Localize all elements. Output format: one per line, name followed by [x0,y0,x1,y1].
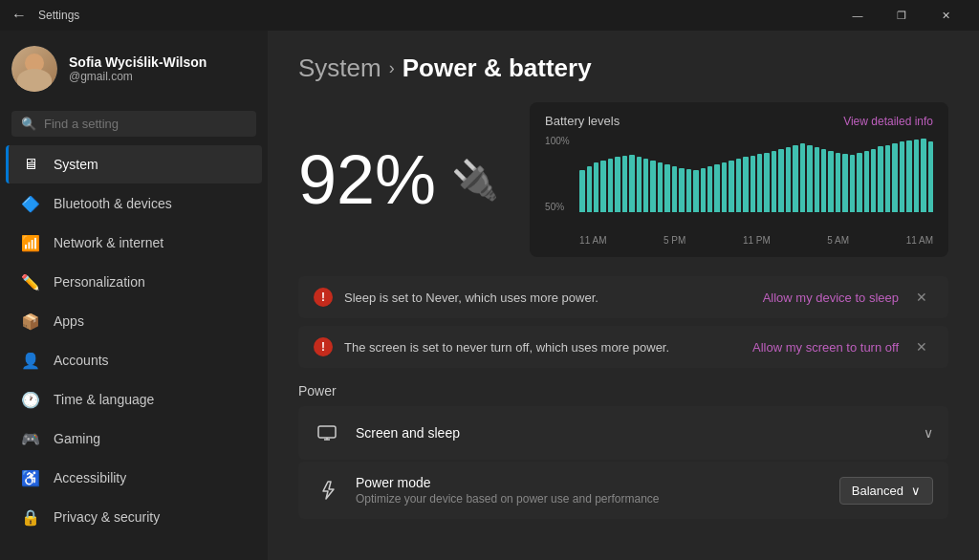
chart-bar [751,156,755,212]
battery-percent-display: 92% 🔌 [298,102,499,257]
warning-text: Sleep is set to Never, which uses more p… [344,291,751,305]
user-profile[interactable]: Sofia Wyciślik-Wilson @gmail.com [0,31,268,107]
sidebar-item-apps[interactable]: 📦 Apps [6,302,262,340]
chart-bars [579,136,933,212]
battery-chart: Battery levels View detailed info 100% 5… [530,102,948,257]
time-icon: 🕐 [21,390,40,409]
chart-bar [914,140,919,212]
chart-bar [885,145,890,212]
chart-bar [658,162,663,212]
chart-bar [643,159,648,212]
chart-bar [615,157,620,212]
sidebar-item-accessibility[interactable]: ♿ Accessibility [6,459,262,497]
chart-x-labels: 11 AM5 PM11 PM5 AM11 AM [579,235,933,246]
warning-action[interactable]: Allow my screen to turn off [752,340,899,355]
chart-bar [900,141,904,212]
power-mode-label: Power mode [356,475,824,490]
screen-sleep-chevron: ∨ [924,425,933,441]
apps-icon: 📦 [21,312,40,331]
chart-bar [608,159,613,212]
chart-y-label-50: 50% [545,202,570,212]
power-section-title: Power [298,383,948,398]
back-button[interactable]: ← [11,7,27,24]
chart-bar [587,166,592,212]
chart-bar [807,145,812,212]
sidebar-item-accounts[interactable]: 👤 Accounts [6,341,262,379]
sidebar-item-bluetooth[interactable]: 🔷 Bluetooth & devices [6,184,262,223]
main-content: System › Power & battery 92% 🔌 Battery l… [268,31,979,560]
sidebar-item-label: Apps [54,313,84,329]
sidebar: Sofia Wyciślik-Wilson @gmail.com 🔍 🖥 Sys… [0,31,268,560]
chart-bar [594,162,598,212]
chart-bar [821,149,826,212]
chart-bar [764,153,769,212]
restore-button[interactable]: ❐ [880,0,924,31]
accessibility-icon: ♿ [21,468,40,487]
warning-close-button[interactable]: ✕ [910,288,933,307]
sidebar-item-network[interactable]: 📶 Network & internet [6,224,262,262]
chart-bar [793,145,797,212]
personalization-icon: ✏️ [21,272,40,291]
warning-banner-1: ! The screen is set to never turn off, w… [298,326,948,368]
sidebar-item-time[interactable]: 🕐 Time & language [6,380,262,419]
chart-bar [672,166,677,212]
chart-x-label: 11 AM [906,235,933,246]
bluetooth-icon: 🔷 [21,194,40,213]
minimize-button[interactable]: — [836,0,880,31]
chart-bar [864,151,869,212]
search-icon: 🔍 [21,117,36,131]
sidebar-item-personalization[interactable]: ✏️ Personalization [6,263,262,301]
view-detailed-link[interactable]: View detailed info [843,115,933,128]
sidebar-item-system[interactable]: 🖥 System [6,145,262,183]
close-button[interactable]: ✕ [924,0,968,31]
screen-sleep-card: Screen and sleep ∨ [298,406,948,460]
warning-icon: ! [314,337,333,356]
chart-bar [778,149,783,212]
sidebar-item-label: Privacy & security [54,509,160,525]
warning-action[interactable]: Allow my device to sleep [763,291,899,305]
chart-bar [871,149,876,212]
chart-bar [736,159,741,212]
chart-bar [878,146,882,212]
chart-bar [693,170,698,212]
search-input[interactable] [44,117,247,131]
chart-bar [928,141,933,212]
chart-bar [815,147,819,212]
power-mode-value: Balanced [852,484,903,498]
warning-text: The screen is set to never turn off, whi… [344,340,741,355]
sidebar-item-privacy[interactable]: 🔒 Privacy & security [6,498,262,536]
chart-bar [800,143,805,212]
sidebar-item-label: Accessibility [54,470,126,485]
app-title: Settings [38,9,836,22]
power-mode-select[interactable]: Balanced ∨ [839,477,933,505]
sidebar-item-gaming[interactable]: 🎮 Gaming [6,420,262,458]
power-mode-dropdown-icon: ∨ [911,484,921,498]
titlebar: ← Settings — ❐ ✕ [0,0,979,31]
warning-close-button[interactable]: ✕ [910,337,933,356]
chart-bar [714,164,719,212]
screen-sleep-label: Screen and sleep [356,425,908,441]
sidebar-item-label: Gaming [54,431,100,446]
chart-y-label-100: 100% [545,136,570,146]
chart-bar [786,147,791,212]
chart-x-label: 5 AM [827,235,849,246]
battery-row: 92% 🔌 Battery levels View detailed info … [298,102,948,257]
chart-x-label: 5 PM [664,235,685,246]
search-box[interactable]: 🔍 [11,111,256,137]
svg-rect-0 [318,426,336,438]
chart-bar [850,155,855,212]
chart-bar [921,139,925,212]
power-mode-desc: Optimize your device based on power use … [356,492,824,506]
chart-bar [650,161,655,212]
chart-bar [757,154,762,212]
sidebar-item-label: Accounts [54,353,109,368]
battery-icon: 🔌 [451,158,499,203]
privacy-icon: 🔒 [21,507,40,527]
chart-bar [836,153,840,212]
power-mode-icon [314,477,340,504]
chart-bar [579,170,584,212]
chart-area: 100% 50% [545,136,933,231]
chart-bar [892,143,897,212]
chart-bar [637,157,642,212]
chart-bar [857,153,861,212]
